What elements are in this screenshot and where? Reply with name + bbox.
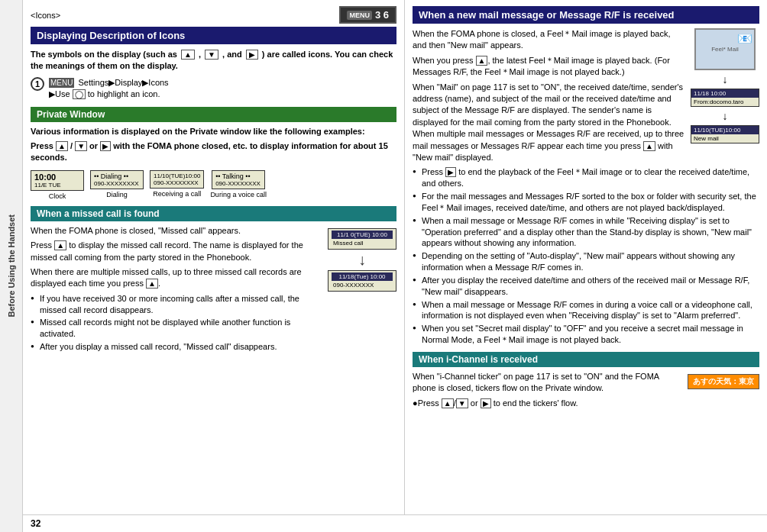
new-mail-bullet-3: When a mail message or Message R/F comes… xyxy=(413,215,759,250)
top-bar: <Icons> MENU 3 6 xyxy=(31,6,396,24)
missed-call-screen2-content: 090-XXXXXXX xyxy=(332,281,393,289)
private-window-press: Press ▲ / ▼ or ▶ with the FOMA phone clo… xyxy=(31,140,396,164)
clock-label: Clock xyxy=(49,192,66,200)
menu-number-box: MENU 3 6 xyxy=(339,6,396,24)
new-mail-header: When a new mail message or Message R/F i… xyxy=(413,6,759,24)
dialing-screen: •• Dialing •• 090-XXXXXXXX xyxy=(90,170,144,189)
missed-call-bullet-3: After you display a missed call record, … xyxy=(31,341,322,353)
ichannel-header: When i-Channel is received xyxy=(413,352,759,367)
missed-call-screens: 11/1 0(TUE) 10:00 Missed call ↓ 11/18(Tu… xyxy=(328,228,396,354)
new-mail-bullet-1: Press ▶ to end the playback of the Feel＊… xyxy=(413,166,759,189)
mail-screen-header: 11/18 10:00 xyxy=(691,89,759,98)
icons-section-header: Displaying Description of Icons xyxy=(31,27,396,44)
missed-call-arrow: ↓ xyxy=(358,251,366,269)
missed-call-screen1-content: Missed call xyxy=(332,239,393,247)
private-window-desc: Various information is displayed on the … xyxy=(31,126,396,137)
private-window-header: Private Window xyxy=(31,107,396,122)
receiving-screen-item: 11/10(TUE)10:00 090-XXXXXXXX Receiving a… xyxy=(150,170,204,198)
page-number: 32 xyxy=(31,518,40,529)
clock-screen: 10:00 11/E TUE xyxy=(31,170,84,191)
missed-call-header: When a missed call is found xyxy=(31,206,396,221)
dialing-label: Dialing xyxy=(106,191,128,198)
new-mail-bullet-2: For the mail messages and Messages R/F s… xyxy=(413,191,759,214)
step-1-content: MENU Settings▶Display▶Icons ▶Use ◯ to hi… xyxy=(49,77,396,101)
sidebar: Before Using the Handset xyxy=(0,0,23,532)
missed-call-text3: When there are multiple missed calls, up… xyxy=(31,266,322,290)
missed-call-bullet-1: If you have received 30 or more incoming… xyxy=(31,293,322,316)
missed-call-text-area: When the FOMA phone is closed, "Missed c… xyxy=(31,225,322,354)
step-1-line2: ▶Use ◯ to highlight an icon. xyxy=(49,89,396,100)
receiving-screen: 11/10(TUE)10:00 090-XXXXXXXX xyxy=(150,170,204,189)
mail-screen-content: From:docomo.taro xyxy=(691,98,759,106)
menu-icon: MENU xyxy=(347,11,372,20)
new-mail-bullet-6: When a mail message or Message R/F comes… xyxy=(413,299,759,322)
new-mail-screen-content: New mail xyxy=(691,134,759,143)
new-mail-title: When a new mail message or Message R/F i… xyxy=(419,9,675,21)
talking-screen-item: •• Talking •• 090-XXXXXXXX During a voic… xyxy=(210,170,267,198)
clock-screen-item: 10:00 11/E TUE Clock xyxy=(31,170,84,200)
private-window-title: Private Window xyxy=(37,109,105,120)
main-content: <Icons> MENU 3 6 Displaying Description … xyxy=(23,0,767,532)
ticker-display: あすの天気：東京 xyxy=(688,374,759,389)
new-mail-bullet-5: After you display the received date/time… xyxy=(413,275,759,298)
missed-call-screen1-header: 11/1 0(TUE) 10:00 xyxy=(332,231,393,239)
ichannel-title: When i-Channel is received xyxy=(419,354,538,365)
page-number-area: 32 xyxy=(23,514,767,532)
step-1-circle: 1 xyxy=(31,77,44,91)
missed-call-bullets: If you have received 30 or more incoming… xyxy=(31,293,322,353)
step-1-line1: MENU Settings▶Display▶Icons xyxy=(49,77,396,89)
dialing-screen-item: •• Dialing •• 090-XXXXXXXX Dialing xyxy=(90,170,144,198)
mail-screen: 11/18 10:00 From:docomo.taro xyxy=(691,89,759,107)
icons-tag: <Icons> xyxy=(31,11,60,20)
talking-screen: •• Talking •• 090-XXXXXXXX xyxy=(212,170,265,189)
menu-numbers: 3 6 xyxy=(375,9,389,21)
private-window-screens: 10:00 11/E TUE Clock •• Dialing •• 090-X… xyxy=(31,170,396,200)
missed-call-screen1: 11/1 0(TUE) 10:00 Missed call xyxy=(328,228,396,250)
missed-call-screen2: 11/18(Tue) 10:00 090-XXXXXXX xyxy=(328,270,396,292)
receiving-label: Receiving a call xyxy=(153,190,201,198)
ticker-image-area: あすの天気：東京 xyxy=(688,371,759,389)
new-mail-bullet-7: When you set "Secret mail display" to "O… xyxy=(413,323,759,346)
right-column: When a new mail message or Message R/F i… xyxy=(405,0,767,514)
missed-call-screen2-header: 11/18(Tue) 10:00 xyxy=(332,272,393,281)
sidebar-label: Before Using the Handset xyxy=(7,214,16,317)
new-mail-screen-header: 11/10(TUE)10:00 xyxy=(691,126,759,134)
step-1-number: 1 xyxy=(35,79,40,89)
missed-call-bullet-2: Missed call records might not be display… xyxy=(31,317,322,340)
mail-image-top: 📧 Feel* Mail xyxy=(694,28,756,70)
talking-label: During a voice call xyxy=(210,191,267,198)
missed-call-text2: Press ▲ to display the missed call recor… xyxy=(31,240,322,263)
new-mail-bullet-4: Depending on the setting of "Auto-displa… xyxy=(413,250,759,273)
step-1-row: 1 MENU Settings▶Display▶Icons ▶Use ◯ to … xyxy=(31,77,396,101)
ichannel-text2: ●Press ▲/▼ or ▶ to end the tickers' flow… xyxy=(413,398,759,409)
new-mail-images-stack: 📧 Feel* Mail ↓ 11/18 10:00 From:docomo.t… xyxy=(691,28,759,143)
new-mail-bullets: Press ▶ to end the playback of the Feel＊… xyxy=(413,166,759,346)
intro-text: The symbols on the display (such as ▲ , … xyxy=(31,49,396,73)
left-column: <Icons> MENU 3 6 Displaying Description … xyxy=(23,0,405,514)
new-mail-screen: 11/10(TUE)10:00 New mail xyxy=(691,125,759,143)
icons-title: Displaying Description of Icons xyxy=(37,30,185,41)
missed-call-text1: When the FOMA phone is closed, "Missed c… xyxy=(31,225,322,237)
missed-call-content: When the FOMA phone is closed, "Missed c… xyxy=(31,225,396,354)
missed-call-title: When a missed call is found xyxy=(37,208,160,219)
new-mail-right-images: 📧 Feel* Mail ↓ 11/18 10:00 From:docomo.t… xyxy=(691,28,759,143)
